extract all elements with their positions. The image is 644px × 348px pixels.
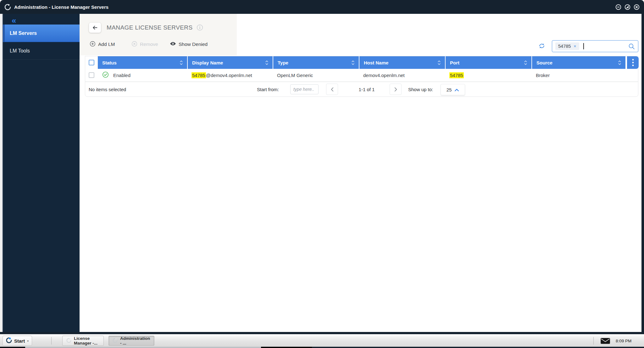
row-checkbox[interactable] [89, 72, 94, 78]
sidebar-collapse-button[interactable]: « [12, 16, 80, 25]
status-cell: Enabled [98, 69, 187, 81]
chip-value: 54785 [558, 44, 571, 49]
start-logo-icon [6, 337, 12, 344]
remove-button[interactable]: Remove [131, 40, 158, 49]
window-title: Administration - License Manager Servers [14, 4, 108, 10]
sort-icon[interactable] [618, 60, 622, 65]
column-menu-button[interactable] [625, 56, 639, 69]
taskbar-item-license-manager[interactable]: License Manager -... [62, 336, 104, 346]
sort-icon[interactable] [351, 60, 355, 65]
column-header-type[interactable]: Type [273, 56, 359, 69]
column-label: Display Name [192, 60, 223, 65]
type-cell: OpenLM Generic [273, 69, 359, 81]
status-text: Enabled [113, 73, 130, 78]
text-cursor [583, 43, 584, 49]
select-all-cell [85, 56, 98, 69]
show-up-to-label: Show up to: [408, 82, 433, 97]
info-icon[interactable] [197, 24, 203, 31]
display-name-cell: 54785@demov4.openlm.net [187, 69, 273, 81]
add-lm-label: Add LM [98, 41, 115, 47]
sort-icon[interactable] [265, 60, 269, 65]
source-cell: Broker [531, 69, 625, 81]
taskbar-item-label: Administration - ... [120, 336, 150, 345]
column-label: Source [536, 60, 552, 65]
page-title: MANAGE LICENSE SERVERS [107, 23, 192, 33]
sort-icon[interactable] [437, 60, 441, 65]
sidebar-item-lm-servers[interactable]: LM Servers [3, 25, 80, 42]
selection-status: No items selected [89, 82, 126, 97]
table-footer: No items selected Start from: 1-1 of 1 S… [85, 82, 638, 97]
start-label: Start [14, 338, 25, 344]
column-header-source[interactable]: Source [531, 56, 625, 69]
taskbar: Start ▾ License Manager -... Administrat… [0, 334, 644, 347]
check-circle-icon [102, 71, 109, 79]
column-header-host-name[interactable]: Host Name [359, 56, 445, 69]
start-from-input[interactable] [290, 84, 319, 94]
app-window: Administration - License Manager Servers… [0, 0, 644, 348]
tray-divider [593, 337, 594, 345]
column-header-port[interactable]: Port [445, 56, 531, 69]
window-right-edge [641, 14, 644, 332]
taskbar-item-administration[interactable]: Administration - ... [108, 336, 154, 346]
app-logo-icon [66, 338, 71, 344]
prev-page-button[interactable] [326, 84, 338, 95]
start-dropdown-icon: ▾ [27, 339, 29, 343]
sort-icon[interactable] [179, 60, 183, 65]
search-input[interactable]: 54785 × [552, 40, 638, 52]
mail-tray-icon[interactable] [601, 338, 610, 344]
next-page-button[interactable] [390, 84, 402, 95]
host-name-cell: demov4.openlm.net [359, 69, 445, 81]
chevron-up-icon [454, 87, 459, 92]
column-label: Host Name [364, 60, 388, 65]
start-button[interactable]: Start ▾ [3, 336, 32, 346]
search-filter-chip: 54785 × [555, 42, 579, 50]
chip-remove-icon[interactable]: × [574, 44, 576, 48]
main-content: MANAGE LICENSE SERVERS Add LM Remove Sho… [80, 14, 641, 332]
window-bottom-edge [0, 332, 644, 334]
page-size-select[interactable]: 25 [441, 84, 465, 95]
column-label: Port [450, 60, 459, 65]
back-button[interactable] [89, 23, 101, 33]
row-menu-spacer [625, 69, 639, 81]
window-left-edge [0, 14, 3, 332]
servers-table: Status Display Name Type Host Name Port [85, 56, 638, 97]
select-all-checkbox[interactable] [89, 60, 94, 65]
start-from-label: Start from: [257, 82, 279, 97]
taskbar-divider [51, 337, 52, 345]
column-header-status[interactable]: Status [98, 56, 187, 69]
port-cell: 54785 [445, 69, 531, 81]
openlm-logo-icon [4, 4, 11, 10]
header-background [80, 14, 237, 55]
display-name-highlight: 54785 [192, 72, 206, 78]
port-highlight: 54785 [449, 72, 464, 78]
minimize-button[interactable] [615, 4, 621, 10]
display-name-rest: @demov4.openlm.net [206, 73, 252, 78]
remove-label: Remove [140, 41, 158, 47]
sidebar-item-label: LM Servers [10, 30, 37, 36]
row-checkbox-cell [85, 69, 98, 81]
add-lm-button[interactable]: Add LM [90, 40, 115, 49]
restore-button[interactable] [625, 4, 630, 10]
table-row[interactable]: Enabled 54785@demov4.openlm.net OpenLM G… [85, 69, 638, 82]
column-header-display-name[interactable]: Display Name [187, 56, 273, 69]
show-denied-button[interactable]: Show Denied [170, 40, 208, 49]
show-denied-label: Show Denied [179, 41, 208, 47]
desktop-edge [0, 347, 644, 348]
sort-icon[interactable] [524, 60, 528, 65]
sidebar-item-lm-tools[interactable]: LM Tools [3, 42, 80, 60]
plus-circle-icon [90, 41, 96, 48]
refresh-button[interactable] [538, 42, 546, 50]
sidebar-item-label: LM Tools [10, 48, 30, 54]
sidebar: « LM Servers LM Tools [3, 14, 80, 332]
search-icon[interactable] [628, 43, 635, 50]
eye-icon [170, 41, 176, 47]
x-circle-icon [131, 41, 137, 48]
table-header-row: Status Display Name Type Host Name Port [85, 56, 638, 69]
column-label: Status [102, 60, 117, 65]
taskbar-item-label: License Manager -... [74, 336, 100, 345]
close-button[interactable] [634, 4, 640, 10]
window-titlebar: Administration - License Manager Servers [0, 0, 644, 14]
column-label: Type [278, 60, 288, 65]
page-range: 1-1 of 1 [349, 82, 384, 97]
taskbar-clock[interactable]: 8:09 PM [616, 334, 631, 347]
